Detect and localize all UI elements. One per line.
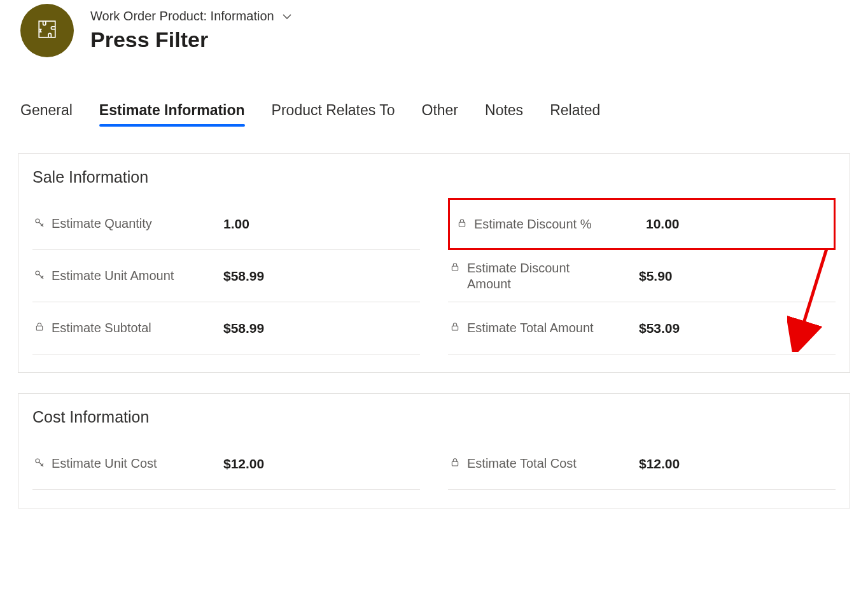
- sale-information-title: Sale Information: [32, 168, 836, 186]
- form-tabs: General Estimate Information Product Rel…: [0, 98, 868, 128]
- lock-icon: [448, 320, 462, 332]
- svg-rect-9: [452, 461, 458, 466]
- chevron-down-icon[interactable]: [281, 10, 293, 23]
- svg-point-2: [36, 271, 39, 275]
- estimate-discount-percent-value: 10.00: [646, 216, 829, 232]
- estimate-total-amount-label: Estimate Total Amount: [467, 320, 594, 336]
- svg-rect-4: [459, 222, 465, 227]
- cost-information-section: Cost Information Estimate Unit Cost $12.…: [18, 393, 850, 508]
- estimate-discount-percent-label: Estimate Discount %: [474, 216, 592, 232]
- sale-information-section: Sale Information Estimate Quantity 1.00: [18, 153, 850, 373]
- estimate-total-amount-field[interactable]: Estimate Total Amount $53.09: [448, 302, 836, 354]
- cost-right-column: Estimate Total Cost $12.00: [448, 438, 836, 490]
- cost-left-column: Estimate Unit Cost $12.00: [32, 438, 420, 490]
- estimate-unit-amount-value: $58.99: [223, 269, 420, 284]
- estimate-unit-amount-label: Estimate Unit Amount: [52, 268, 174, 284]
- lock-icon: [455, 216, 469, 228]
- estimate-discount-amount-label: Estimate Discount Amount: [467, 260, 607, 292]
- estimate-unit-cost-field[interactable]: Estimate Unit Cost $12.00: [32, 438, 420, 490]
- tab-notes[interactable]: Notes: [485, 98, 523, 128]
- key-icon: [32, 216, 46, 228]
- estimate-discount-percent-field[interactable]: Estimate Discount % 10.00: [448, 198, 836, 250]
- tab-related[interactable]: Related: [550, 98, 600, 128]
- lock-icon: [448, 456, 462, 467]
- estimate-unit-cost-label: Estimate Unit Cost: [52, 456, 157, 472]
- estimate-total-cost-value: $12.00: [639, 456, 836, 472]
- lock-icon: [448, 260, 462, 272]
- svg-rect-3: [36, 326, 42, 330]
- estimate-discount-amount-field[interactable]: Estimate Discount Amount $5.90: [448, 250, 836, 302]
- breadcrumb[interactable]: Work Order Product: Information: [90, 9, 274, 24]
- sale-left-column: Estimate Quantity 1.00 Estimate Unit Amo…: [32, 198, 420, 354]
- estimate-subtotal-field[interactable]: Estimate Subtotal $58.99: [32, 302, 420, 354]
- estimate-total-cost-label: Estimate Total Cost: [467, 456, 577, 472]
- sale-right-column: Estimate Discount % 10.00 Estimate Disco…: [448, 198, 836, 354]
- svg-point-8: [36, 459, 39, 463]
- estimate-quantity-label: Estimate Quantity: [52, 216, 152, 232]
- tab-general[interactable]: General: [20, 98, 73, 128]
- tab-product-relates-to[interactable]: Product Relates To: [272, 98, 395, 128]
- key-icon: [32, 456, 46, 468]
- estimate-discount-amount-value: $5.90: [639, 269, 836, 284]
- estimate-subtotal-value: $58.99: [223, 321, 420, 336]
- svg-point-1: [36, 219, 39, 223]
- cost-information-title: Cost Information: [32, 408, 836, 426]
- record-header: Work Order Product: Information Press Fi…: [0, 4, 868, 57]
- page-title: Press Filter: [90, 27, 293, 52]
- estimate-unit-amount-field[interactable]: Estimate Unit Amount $58.99: [32, 250, 420, 302]
- record-avatar: [20, 4, 74, 57]
- tab-other[interactable]: Other: [422, 98, 459, 128]
- estimate-unit-cost-value: $12.00: [223, 456, 420, 472]
- svg-rect-6: [452, 326, 458, 330]
- estimate-total-amount-value: $53.09: [639, 321, 836, 336]
- estimate-total-cost-field[interactable]: Estimate Total Cost $12.00: [448, 438, 836, 490]
- lock-icon: [32, 320, 46, 332]
- key-icon: [32, 268, 46, 281]
- svg-rect-5: [452, 266, 458, 270]
- estimate-subtotal-label: Estimate Subtotal: [52, 320, 151, 336]
- puzzle-icon: [36, 18, 58, 43]
- estimate-quantity-field[interactable]: Estimate Quantity 1.00: [32, 198, 420, 250]
- tab-estimate-information[interactable]: Estimate Information: [99, 98, 245, 128]
- estimate-quantity-value: 1.00: [223, 216, 420, 232]
